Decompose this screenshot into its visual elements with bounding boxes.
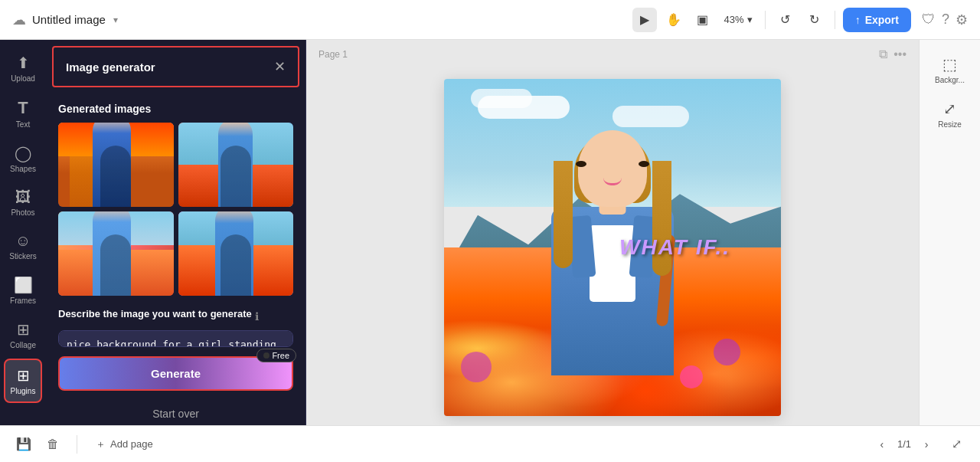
plugin-panel: Image generator ✕ Generated images [46, 40, 306, 425]
expand-button[interactable]: ⤢ [945, 433, 968, 456]
text-label: Text [16, 120, 30, 129]
photos-icon: 🖼 [15, 188, 31, 206]
canvas-page-icons: ⧉ ••• [879, 48, 906, 61]
icon-sidebar: ⬆ Upload T Text ◯ Shapes 🖼 Photos ☺ Stic… [0, 40, 46, 425]
describe-label: Describe the image you want to generate [58, 308, 252, 319]
sidebar-item-photos[interactable]: 🖼 Photos [4, 182, 42, 223]
topbar-right-icons: 🛡 ? ⚙ [922, 11, 968, 28]
resize-icon: ⤢ [943, 100, 956, 118]
topbar-divider [765, 11, 766, 29]
zoom-chevron-icon: ▾ [747, 14, 753, 25]
generate-button[interactable]: Generate [58, 356, 293, 391]
settings-icon[interactable]: ⚙ [956, 11, 968, 28]
sidebar-item-frames[interactable]: ⬜ Frames [4, 270, 42, 311]
export-label: Export [865, 14, 899, 26]
plugin-close-button[interactable]: ✕ [274, 58, 286, 75]
delete-page-button[interactable]: 🗑 [41, 433, 64, 456]
add-page-label: Add page [110, 438, 153, 450]
stickers-label: Stickers [9, 252, 37, 260]
sidebar-item-collage[interactable]: ⊞ Collage [4, 314, 42, 356]
right-panel-background[interactable]: ⬚ Backgr... [926, 49, 975, 90]
topbar: ☁ Untitled image ▾ ▶ ✋ ▣ 43% ▾ ↺ ↻ ↑ Exp… [0, 0, 980, 40]
plugins-label: Plugins [11, 387, 36, 395]
right-panel: ⬚ Backgr... ⤢ Resize [919, 40, 980, 425]
right-panel-resize[interactable]: ⤢ Resize [926, 93, 975, 135]
canvas-clone-icon[interactable]: ⧉ [879, 48, 887, 61]
help-icon[interactable]: ? [942, 11, 949, 28]
export-button[interactable]: ↑ Export [843, 8, 911, 32]
background-label: Backgr... [935, 76, 965, 84]
sidebar-item-shapes[interactable]: ◯ Shapes [4, 138, 42, 179]
sidebar-item-upload[interactable]: ⬆ Upload [4, 48, 42, 89]
stickers-icon: ☺ [15, 232, 31, 250]
shapes-label: Shapes [10, 165, 36, 173]
generated-image-1[interactable] [58, 123, 174, 207]
frames-label: Frames [10, 297, 36, 305]
generated-image-4[interactable] [178, 211, 294, 296]
bottom-divider [77, 435, 77, 454]
page-label: Page 1 [318, 49, 348, 60]
upload-icon: ⬆ [17, 54, 30, 72]
next-page-button[interactable]: › [917, 435, 936, 454]
main-content: ⬆ Upload T Text ◯ Shapes 🖼 Photos ☺ Stic… [0, 40, 980, 425]
page-counter: 1/1 [897, 438, 911, 450]
canvas-more-icon[interactable]: ••• [893, 48, 906, 61]
zoom-label: 43% [724, 14, 744, 25]
plugin-header: Image generator ✕ [52, 46, 299, 87]
generated-images-title: Generated images [58, 103, 293, 115]
page-nav: ‹ 1/1 › [873, 435, 936, 454]
bottom-icons: 💾 🗑 [12, 433, 64, 456]
prompt-textarea[interactable]: nice background for a girl standing [58, 330, 293, 347]
plugins-icon: ⊞ [17, 366, 30, 385]
topbar-tools: ▶ ✋ ▣ 43% ▾ ↺ ↻ ↑ Export 🛡 ? ⚙ [632, 8, 968, 32]
canvas-header: Page 1 ⧉ ••• [306, 40, 919, 69]
generated-images-grid [58, 123, 293, 296]
canvas-card[interactable]: WHAT IF.. [444, 79, 781, 416]
free-label: Free [272, 351, 289, 360]
add-page-button[interactable]: ＋ Add page [90, 434, 159, 454]
background-icon: ⬚ [942, 55, 957, 74]
save-page-button[interactable]: 💾 [12, 433, 35, 456]
collage-icon: ⊞ [17, 320, 30, 339]
select-tool-button[interactable]: ▶ [632, 8, 657, 32]
prev-page-button[interactable]: ‹ [873, 435, 891, 454]
sidebar-item-plugins[interactable]: ⊞ Plugins [4, 359, 42, 403]
generated-image-2[interactable] [178, 123, 294, 207]
shapes-icon: ◯ [15, 144, 31, 162]
bottom-bar: 💾 🗑 ＋ Add page ‹ 1/1 › ⤢ [0, 425, 980, 462]
undo-button[interactable]: ↺ [773, 8, 798, 32]
canvas-wrapper: WHAT IF.. [306, 69, 919, 425]
upload-label: Upload [11, 74, 35, 83]
hand-tool-button[interactable]: ✋ [662, 8, 686, 32]
document-title: Untitled image [32, 13, 106, 26]
topbar-divider-2 [835, 11, 835, 29]
free-dot-icon [263, 352, 270, 359]
info-icon[interactable]: ℹ [255, 310, 259, 323]
zoom-control[interactable]: 43% ▾ [720, 11, 757, 28]
start-over-button[interactable]: Start over [58, 400, 293, 425]
resize-label: Resize [938, 120, 962, 129]
add-page-icon: ＋ [96, 437, 106, 451]
plugin-body: Generated images [46, 93, 305, 425]
canvas-area: Page 1 ⧉ ••• [306, 40, 919, 425]
shield-icon[interactable]: 🛡 [922, 11, 936, 28]
title-chevron-icon[interactable]: ▾ [113, 15, 118, 25]
redo-button[interactable]: ↻ [802, 8, 827, 32]
free-badge: Free [256, 349, 296, 362]
generate-row: Generate Free [58, 356, 293, 391]
export-icon: ↑ [855, 14, 861, 26]
sidebar-item-text[interactable]: T Text [4, 92, 42, 135]
photos-label: Photos [11, 208, 34, 217]
text-icon: T [18, 98, 28, 118]
describe-header: Describe the image you want to generate … [58, 308, 293, 324]
collage-label: Collage [10, 341, 36, 349]
plugin-title: Image generator [66, 61, 155, 74]
cloud-save-icon: ☁ [12, 11, 26, 28]
bottom-right: ‹ 1/1 › ⤢ [873, 433, 968, 456]
sidebar-item-stickers[interactable]: ☺ Stickers [4, 226, 42, 267]
canvas-text-overlay: WHAT IF.. [619, 235, 730, 260]
generated-image-3[interactable] [58, 211, 174, 296]
frames-icon: ⬜ [14, 276, 33, 294]
layout-tool-button[interactable]: ▣ [691, 8, 715, 32]
topbar-left: ☁ Untitled image ▾ [12, 11, 623, 28]
